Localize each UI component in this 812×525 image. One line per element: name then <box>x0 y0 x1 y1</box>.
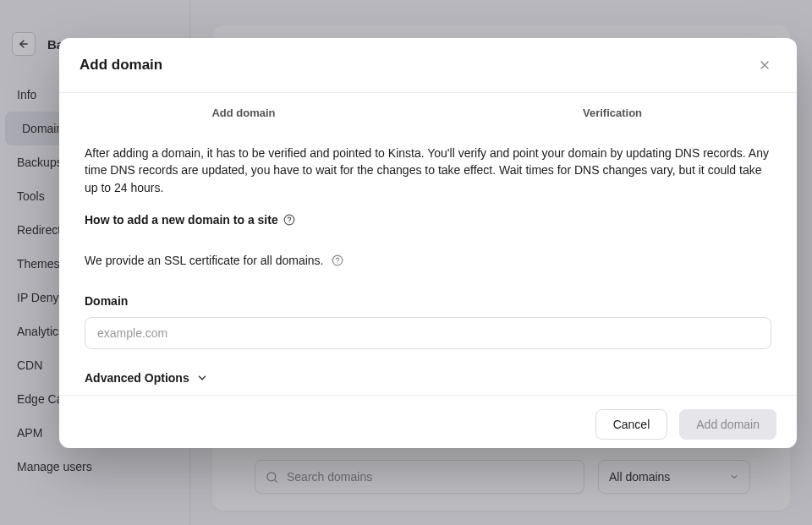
step-add-domain: Add domain <box>59 107 428 126</box>
add-domain-modal: Add domain Add domain Verification After… <box>59 38 797 448</box>
chevron-down-icon <box>196 372 208 384</box>
help-link-text: How to add a new domain to a site <box>85 211 278 228</box>
ssl-info: We provide an SSL certificate for all do… <box>85 252 771 269</box>
close-icon[interactable] <box>758 58 771 72</box>
add-domain-button[interactable]: Add domain <box>679 409 776 440</box>
help-link[interactable]: How to add a new domain to a site <box>85 211 771 228</box>
modal-footer: Cancel Add domain <box>59 395 797 448</box>
modal-body: After adding a domain, it has to be veri… <box>59 126 797 395</box>
ssl-text: We provide an SSL certificate for all do… <box>85 252 323 269</box>
help-icon[interactable] <box>332 254 343 266</box>
advanced-options-toggle[interactable]: Advanced Options <box>85 369 771 386</box>
domain-label: Domain <box>85 293 771 309</box>
modal-header: Add domain <box>59 38 797 93</box>
modal-stepper: Add domain Verification <box>59 93 797 126</box>
advanced-label: Advanced Options <box>85 369 189 386</box>
domain-input[interactable] <box>85 317 771 349</box>
step-verification: Verification <box>428 107 797 126</box>
cancel-button[interactable]: Cancel <box>595 409 668 440</box>
help-icon <box>283 214 295 226</box>
intro-text: After adding a domain, it has to be veri… <box>85 145 771 196</box>
modal-title: Add domain <box>80 57 162 74</box>
